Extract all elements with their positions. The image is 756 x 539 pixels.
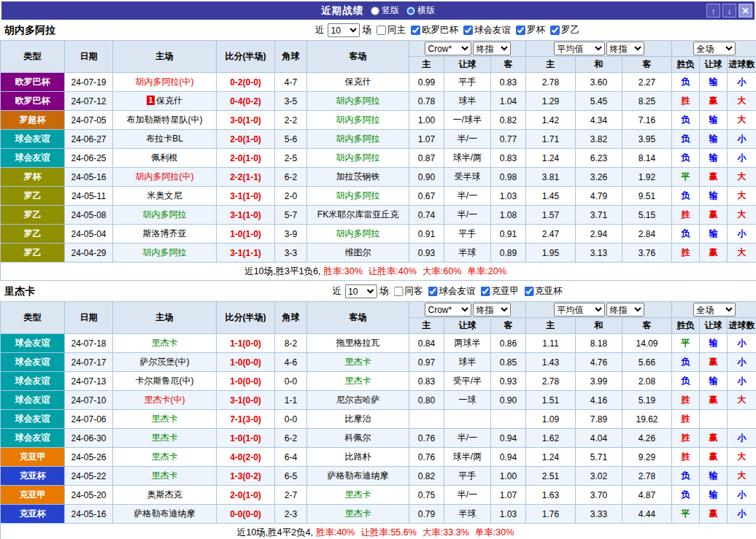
team-section-0: 胡内多阿拉近10场同主欧罗巴杯球会友谊罗杯罗乙类型日期主场比分(半场)角球客场C…: [0, 20, 756, 281]
league-filter-checkbox[interactable]: [411, 26, 420, 35]
match-score: 3-1(1-0): [217, 206, 275, 225]
same-venue-checkbox[interactable]: [394, 287, 404, 296]
home-cell: 里杰卡: [113, 429, 217, 448]
odds-stage-select[interactable]: 终指: [473, 303, 511, 317]
avg-stage-select[interactable]: 终指: [606, 42, 644, 55]
result-outcome: 胜: [672, 92, 700, 111]
match-score: 1-1(0-0): [217, 334, 275, 353]
layout-option-horizontal[interactable]: 横版: [406, 4, 435, 17]
league-filter-checkbox[interactable]: [428, 287, 438, 296]
avg-stage-select[interactable]: 终指: [606, 303, 644, 317]
result-outcome: 负: [672, 467, 700, 486]
odds-home: 0.99: [409, 73, 444, 92]
recent-results-panel: 近期战绩 竖版 横版 ↑ ↓ ✕ 胡内多阿拉近10场同主欧罗巴杯球会友谊罗杯罗乙…: [0, 1, 756, 539]
scope-sub-header: 胜负: [672, 57, 700, 73]
league-filter[interactable]: 克亚甲: [481, 285, 520, 298]
away-team: 维图尔: [345, 247, 371, 257]
league-badge: 罗超杯: [1, 111, 65, 130]
match-row: 球会友谊24-07-17萨尔茨堡(中)1-0(0-0)4-6里杰卡0.97球半0…: [1, 353, 756, 372]
corners: 6-2: [275, 429, 307, 448]
average-select[interactable]: 平均值: [554, 42, 605, 55]
corners: 4-6: [275, 353, 307, 372]
league-filter[interactable]: 球会友谊: [463, 24, 511, 36]
avg-home: 1.11: [526, 334, 576, 353]
league-filter-checkbox[interactable]: [481, 287, 490, 296]
odds-home: 1.07: [409, 130, 444, 149]
match-scope-select[interactable]: 全场: [693, 303, 736, 317]
move-down-button[interactable]: ↓: [722, 4, 736, 18]
away-team: 比路朴: [345, 451, 371, 462]
match-row: 球会友谊24-07-13卡尔斯鲁厄(中)1-0(0-0)0-0里杰卡0.83受平…: [1, 372, 756, 391]
match-date: 24-05-26: [65, 448, 113, 467]
league-filter[interactable]: 罗杯: [516, 24, 545, 36]
same-venue-filter[interactable]: 同客: [394, 285, 423, 298]
summary-stat: 让胜率:40%: [369, 266, 417, 276]
odds-away: 0.91: [491, 225, 526, 244]
result-handicap: 赢: [700, 429, 728, 448]
recent-count-select[interactable]: 10: [328, 23, 360, 37]
vertical-layout-radio[interactable]: [371, 7, 379, 15]
handicap: 半球: [444, 505, 491, 524]
match-row: 克亚甲24-05-26里杰卡4-0(2-0)6-4比路朴0.76球半/两0.94…: [1, 448, 756, 467]
result-outcome: 胜: [672, 410, 700, 429]
league-filter-checkbox[interactable]: [550, 26, 560, 35]
odds-away: 0.93: [491, 372, 526, 391]
league-filter[interactable]: 球会友谊: [428, 285, 476, 298]
league-filter-checkbox[interactable]: [524, 287, 533, 296]
match-row: 球会友谊24-06-25佩利根2-0(1-0)2-5胡内多阿拉0.87球半/两0…: [1, 149, 756, 168]
away-cell: 胡内多阿拉: [307, 225, 409, 244]
close-button[interactable]: ✕: [738, 4, 752, 18]
result-outcome: 负: [672, 187, 700, 206]
col-header-2: 主场: [113, 41, 217, 73]
match-date: 24-07-13: [65, 372, 113, 391]
match-date: 24-05-20: [65, 486, 113, 505]
home-cell: 米奥文尼: [113, 187, 217, 206]
handicap: 一/球半: [444, 111, 491, 130]
recent-count-select[interactable]: 10: [344, 284, 377, 298]
odds-home: 0.87: [409, 149, 444, 168]
avg-home: 1.95: [526, 244, 576, 263]
league-badge: 球会友谊: [1, 149, 65, 168]
match-row: 克亚杯24-05-22里杰卡1-3(0-2)6-5萨格勒布迪纳摩0.82平手1.…: [1, 467, 756, 486]
move-up-button[interactable]: ↑: [706, 4, 720, 18]
league-badge: 罗乙: [1, 244, 65, 263]
home-team: 卡尔斯鲁厄(中): [136, 376, 194, 386]
bookmaker-select[interactable]: Crow*: [425, 42, 471, 55]
match-scope-select[interactable]: 全场: [693, 42, 736, 55]
odds-stage-select[interactable]: 终指: [473, 42, 511, 55]
bookmaker-select[interactable]: Crow*: [425, 303, 471, 317]
odds-away: 1.08: [491, 206, 526, 225]
result-outcome: 胜: [672, 448, 700, 467]
layout-option-vertical[interactable]: 竖版: [371, 4, 399, 17]
same-venue-checkbox[interactable]: [377, 26, 386, 35]
result-outcome: 胜: [672, 429, 700, 448]
match-score: 3-1(1-1): [217, 244, 275, 263]
same-venue-filter[interactable]: 同主: [377, 24, 406, 36]
match-date: 24-07-18: [65, 334, 113, 353]
avg-home: 1.71: [526, 130, 576, 149]
home-cell: 里杰卡: [113, 334, 217, 353]
corners: 5-6: [275, 130, 307, 149]
odds-home: 0.67: [409, 187, 444, 206]
home-cell: 1保克什: [113, 92, 217, 111]
league-filter-checkbox[interactable]: [516, 26, 525, 35]
home-team: 佩利根: [152, 152, 178, 163]
result-goals: 大: [728, 92, 756, 111]
average-select[interactable]: 平均值: [554, 303, 605, 317]
result-outcome: 负: [672, 372, 700, 391]
horizontal-layout-radio[interactable]: [406, 7, 415, 15]
away-cell: 胡内多阿拉: [307, 92, 409, 111]
team-header-row: 里杰卡近10场同客球会友谊克亚甲克亚杯: [0, 282, 756, 301]
handicap: 半/一: [444, 206, 491, 225]
match-score: 2-0(1-0): [217, 149, 275, 168]
league-filter-checkbox[interactable]: [463, 26, 473, 35]
table-body: 欧罗巴杯24-07-19胡内多阿拉(中)0-2(0-0)4-7保克什0.99平手…: [1, 73, 756, 263]
league-filter[interactable]: 克亚杯: [524, 285, 563, 298]
avg-draw: 3.70: [576, 486, 622, 505]
same-venue-label: 同客: [405, 285, 423, 298]
match-row: 罗乙24-05-11米奥文尼3-1(1-0)2-0胡内多阿拉0.67半/一1.0…: [1, 187, 756, 206]
league-filter[interactable]: 罗乙: [550, 24, 579, 36]
league-filter[interactable]: 欧罗巴杯: [411, 24, 458, 36]
result-handicap: [700, 410, 728, 429]
match-date: 24-05-08: [65, 206, 113, 225]
